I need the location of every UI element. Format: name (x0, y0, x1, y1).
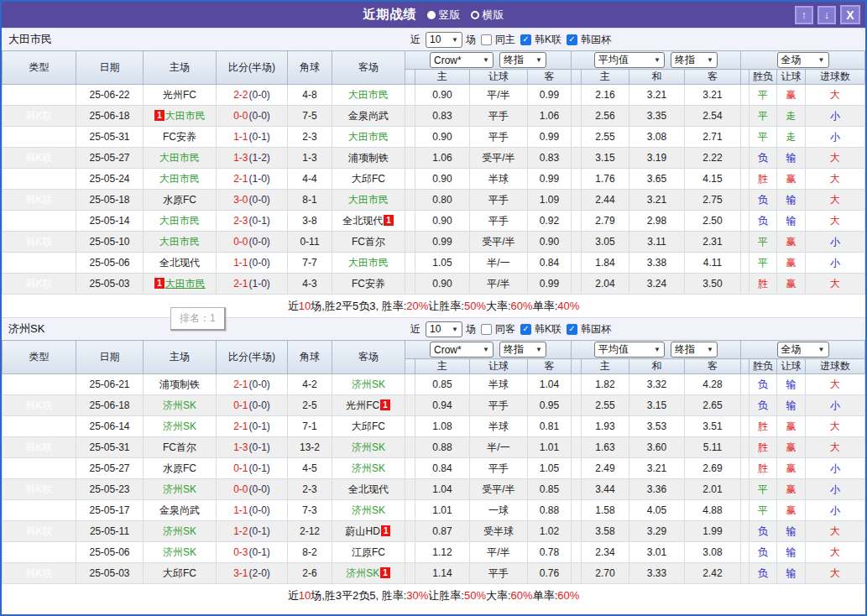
home-team-cell[interactable]: 光州FC (144, 85, 217, 106)
avg-away-cell: 3.50 (685, 274, 741, 295)
home-team-cell[interactable]: 大田市民 (144, 148, 217, 169)
cup-checkbox[interactable]: ✓ (567, 324, 577, 335)
team-name: 江原FC (352, 546, 385, 558)
team-name: 金泉尚武 (348, 110, 389, 122)
away-team-cell[interactable]: 金泉尚武 (332, 106, 405, 127)
away-team-cell[interactable]: 大田市民 (332, 127, 405, 148)
home-team-cell[interactable]: 大田市民 (144, 169, 217, 190)
away-team-cell[interactable]: 江原FC (332, 542, 405, 563)
close-button[interactable]: X (840, 5, 860, 24)
odds-away-cell: 0.85 (528, 479, 572, 500)
spacer-cell3 (741, 416, 749, 437)
away-team-cell[interactable]: 大田市民 (332, 85, 405, 106)
bookmaker-select[interactable]: Crow* ▼ (430, 52, 494, 68)
spacer-cell2 (572, 458, 582, 479)
home-team-cell[interactable]: 济州SK (144, 395, 217, 416)
spacer-cell2 (572, 521, 582, 542)
summary-part: 20% (406, 300, 428, 312)
away-team-cell[interactable]: 济州SK (332, 458, 405, 479)
home-team-cell[interactable]: FC首尔 (144, 437, 217, 458)
cup-checkbox[interactable]: ✓ (567, 34, 577, 45)
fulltime-select[interactable]: 全场 ▼ (777, 52, 829, 68)
away-team-cell[interactable]: 济州SK (332, 500, 405, 521)
away-team-cell[interactable]: 光州FC1 (332, 395, 405, 416)
match-row: 韩K联 25-05-31 FC首尔 1-3(0-1) 13-2 济州SK 0.8… (3, 437, 865, 458)
avg-draw-cell: 3.24 (629, 274, 685, 295)
away-team-cell[interactable]: 大田市民 (332, 253, 405, 274)
avg-draw-cell: 4.05 (629, 500, 685, 521)
score-halftime: (0-0) (249, 257, 270, 269)
away-team-cell[interactable]: 济州SK (332, 437, 405, 458)
away-team-cell[interactable]: FC首尔 (332, 232, 405, 253)
away-team-cell[interactable]: 济州SK (332, 374, 405, 395)
bookmaker-period-select[interactable]: 终指 ▼ (499, 52, 546, 68)
col-header-odds-handicap: 让球 (470, 70, 528, 85)
spacer-cell (405, 542, 415, 563)
summary-part: 40% (557, 300, 579, 312)
home-team-cell[interactable]: 金泉尚武 (144, 500, 217, 521)
layout-radio-horizontal[interactable]: 横版 (471, 8, 504, 23)
home-team-cell[interactable]: 1大田市民 (144, 106, 217, 127)
recent-count-select[interactable]: 10 ▼ (426, 321, 462, 337)
match-row: 韩国杯 25-05-14 大田市民 2-3(0-1) 3-8 全北现代1 0.9… (3, 211, 865, 232)
section-bar: 济州SK 近 10 ▼ 场 同客 ✓ 韩K联 ✓ 韩国杯 (2, 318, 865, 340)
spacer-cell (405, 211, 415, 232)
same-venue-checkbox[interactable] (481, 324, 492, 335)
home-team-cell[interactable]: 大田市民 (144, 211, 217, 232)
result-goals-cell: 小 (806, 479, 865, 500)
league-k-checkbox[interactable]: ✓ (520, 34, 531, 45)
match-row: 韩K联 25-05-17 金泉尚武 1-1(0-0) 7-3 济州SK 1.01… (3, 500, 865, 521)
league-k-checkbox[interactable]: ✓ (520, 324, 531, 335)
home-team-cell[interactable]: 济州SK (144, 542, 217, 563)
away-team-cell[interactable]: 大邱FC (332, 416, 405, 437)
home-team-cell[interactable]: FC安养 (144, 127, 217, 148)
spacer-cell (405, 416, 415, 437)
recent-label: 近 (410, 322, 420, 337)
average-period-value: 终指 (675, 342, 695, 357)
spacer-cell (405, 374, 415, 395)
away-team-cell[interactable]: 大田市民 (332, 190, 405, 211)
home-team-cell[interactable]: 水原FC (144, 458, 217, 479)
away-team-cell[interactable]: 济州SK1 (332, 563, 405, 584)
away-team-cell[interactable]: 全北现代1 (332, 211, 405, 232)
home-team-cell[interactable]: 1大田市民 (144, 274, 217, 295)
odds-away-cell: 0.81 (528, 416, 572, 437)
home-team-cell[interactable]: 大田市民 (144, 232, 217, 253)
odds-handicap-cell: 平/半 (470, 274, 528, 295)
away-team-cell[interactable]: FC安养 (332, 274, 405, 295)
away-team-cell[interactable]: 全北现代 (332, 479, 405, 500)
bookmaker-select[interactable]: Crow* ▼ (430, 342, 494, 358)
move-down-button[interactable]: ↓ (817, 6, 836, 24)
radio-vertical-label: 竖版 (439, 8, 461, 23)
league-cell: 韩K联 (3, 106, 76, 127)
home-team-cell[interactable]: 济州SK (144, 479, 217, 500)
home-team-cell[interactable]: 浦项制铁 (144, 374, 217, 395)
average-select[interactable]: 平均值 ▼ (594, 52, 665, 68)
cup-label: 韩国杯 (581, 33, 611, 47)
home-team-cell[interactable]: 水原FC (144, 190, 217, 211)
home-team-cell[interactable]: 济州SK (144, 416, 217, 437)
result-goals-cell: 大 (806, 416, 865, 437)
rank-badge: 1 (381, 525, 391, 536)
league-cell: 韩国杯 (3, 211, 76, 232)
average-period-select[interactable]: 终指 ▼ (671, 52, 718, 68)
away-team-cell[interactable]: 蔚山HD1 (332, 521, 405, 542)
layout-radio-vertical[interactable]: 竖版 (427, 8, 461, 23)
bookmaker-period-select[interactable]: 终指 ▼ (499, 342, 546, 358)
same-venue-checkbox[interactable] (481, 34, 492, 45)
avg-home-cell: 2.55 (582, 395, 629, 416)
home-team-cell[interactable]: 济州SK (144, 521, 217, 542)
home-team-cell[interactable]: 大邱FC (144, 563, 217, 584)
col-header-avg-home: 主 (582, 359, 629, 374)
move-up-button[interactable]: ↑ (795, 6, 813, 24)
average-period-select[interactable]: 终指 ▼ (671, 342, 718, 358)
average-select[interactable]: 平均值 ▼ (594, 342, 665, 358)
odds-handicap-cell: 半球 (470, 374, 528, 395)
fulltime-select[interactable]: 全场 ▼ (777, 342, 829, 358)
team-name: 大田市民 (348, 89, 389, 101)
away-team-cell[interactable]: 大邱FC (332, 169, 405, 190)
home-team-cell[interactable]: 全北现代 (144, 253, 217, 274)
away-team-cell[interactable]: 浦项制铁 (332, 148, 405, 169)
recent-count-select[interactable]: 10 ▼ (426, 32, 462, 48)
chevron-down-icon: ▼ (452, 326, 458, 333)
